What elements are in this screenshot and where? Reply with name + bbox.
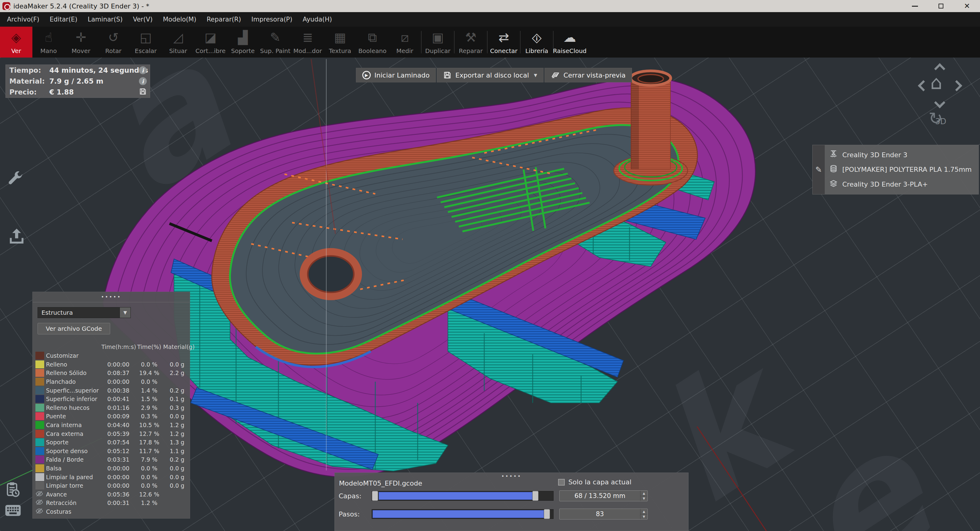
legend-row[interactable]: Limpiar torre0:00:000.0 %0.0 g bbox=[33, 481, 190, 490]
tool-cloud[interactable]: ☁RaiseCloud bbox=[554, 27, 586, 57]
spin-up-icon[interactable]: ▲ bbox=[640, 491, 648, 496]
info-icon[interactable]: i bbox=[139, 66, 147, 74]
legend-row[interactable]: Limpiar la pared0:00:000.0 %0.0 g bbox=[33, 472, 190, 481]
minimize-button[interactable] bbox=[902, 0, 928, 12]
tool-duplicate[interactable]: ▣Duplicar bbox=[422, 27, 454, 57]
spin-up-icon[interactable]: ▲ bbox=[640, 509, 648, 514]
menu-item[interactable]: Ver(V) bbox=[128, 12, 158, 27]
tool-scale[interactable]: ◱Escalar bbox=[129, 27, 162, 57]
edit-pencil-icon[interactable]: ✎ bbox=[815, 165, 822, 174]
legend-row[interactable]: Costuras bbox=[33, 507, 190, 516]
color-swatch[interactable] bbox=[35, 456, 44, 464]
steps-spin-buttons[interactable]: ▲▼ bbox=[640, 509, 648, 519]
menu-item[interactable]: Modelo(M) bbox=[158, 12, 201, 27]
only-current-layer-checkbox[interactable] bbox=[558, 479, 565, 486]
tool-library[interactable]: ◇iLibrería bbox=[520, 27, 553, 57]
legend-row[interactable]: Relleno Sólido0:08:3719.4 %2.2 g bbox=[33, 368, 190, 378]
tool-free-cut[interactable]: ◪Cort...ibre bbox=[194, 27, 227, 57]
printer-panel-row-filament-spool[interactable]: [POLYMAKER] POLYTERRA PLA 1.75mm bbox=[829, 163, 978, 177]
color-swatch[interactable] bbox=[35, 352, 44, 360]
menu-item[interactable]: Laminar(S) bbox=[83, 12, 128, 27]
tool-lay-flat[interactable]: ◿Situar bbox=[162, 27, 194, 57]
layers-spinbox[interactable]: 68 / 13.520 mm ▲▼ bbox=[559, 490, 648, 501]
steps-spinbox[interactable]: 83 ▲▼ bbox=[559, 509, 648, 520]
layers-spin-buttons[interactable]: ▲▼ bbox=[640, 491, 648, 501]
color-swatch[interactable] bbox=[35, 395, 44, 403]
legend-row[interactable]: Superficie inferior0:00:411.5 %0.1 g bbox=[33, 395, 190, 403]
export-upload-button[interactable] bbox=[7, 226, 26, 246]
start-slicing-button[interactable]: ▶ Iniciar Laminado bbox=[356, 68, 436, 82]
steps-slider-thumb[interactable] bbox=[544, 509, 550, 519]
legend-row[interactable]: Cara interna0:04:4010.5 %1.2 g bbox=[33, 421, 190, 429]
layers-slider-max-thumb[interactable] bbox=[532, 491, 538, 501]
color-swatch[interactable] bbox=[35, 386, 44, 394]
chevron-down-icon[interactable]: ▼ bbox=[534, 73, 537, 78]
color-swatch[interactable] bbox=[35, 482, 44, 490]
tool-measure[interactable]: ⧄Medir bbox=[388, 27, 421, 57]
color-swatch[interactable] bbox=[35, 464, 44, 472]
restore-button[interactable] bbox=[928, 0, 954, 12]
color-swatch[interactable] bbox=[35, 360, 44, 368]
print-queue-button[interactable] bbox=[5, 481, 21, 498]
rotate-down-button[interactable] bbox=[934, 97, 945, 108]
legend-row[interactable]: Superfic...superior0:00:381.4 %0.2 g bbox=[33, 386, 190, 395]
legend-row[interactable]: Soporte denso0:05:1211.7 %1.1 g bbox=[33, 447, 190, 456]
save-price-icon[interactable] bbox=[139, 88, 147, 97]
home-view-button[interactable]: ⌂ bbox=[931, 73, 942, 92]
tool-surface-paint[interactable]: ✎Sup. Paint bbox=[259, 27, 291, 57]
color-swatch[interactable] bbox=[35, 412, 44, 420]
menu-item[interactable]: Editar(E) bbox=[45, 12, 83, 27]
eye-off-icon[interactable] bbox=[35, 491, 45, 498]
legend-row[interactable]: Avance0:05:3612.6 % bbox=[33, 490, 190, 499]
eye-off-icon[interactable] bbox=[35, 499, 45, 507]
legend-row[interactable]: Balsa0:00:000.0 %0.0 g bbox=[33, 464, 190, 473]
legend-row[interactable]: Customizar bbox=[33, 351, 190, 360]
keyboard-shortcuts-button[interactable] bbox=[4, 504, 22, 517]
legend-row[interactable]: Retracción0:00:311.2 % bbox=[33, 499, 190, 507]
tool-move[interactable]: ✛Mover bbox=[65, 27, 97, 57]
toggle-3d-rotate-button[interactable]: ↻ 3D bbox=[930, 112, 954, 131]
printer-panel-row-printer[interactable]: Creality 3D Ender 3 bbox=[829, 148, 978, 162]
tool-boolean[interactable]: ⧉Booleano bbox=[356, 27, 388, 57]
panel-drag-handle[interactable]: ••••• bbox=[335, 474, 688, 479]
tool-connect[interactable]: ⇄Conectar bbox=[488, 27, 520, 57]
color-swatch[interactable] bbox=[35, 438, 44, 446]
layers-slider[interactable] bbox=[372, 491, 554, 501]
tool-view[interactable]: ◈Ver bbox=[0, 27, 32, 57]
spin-down-icon[interactable]: ▼ bbox=[640, 496, 648, 501]
menu-item[interactable]: Impresora(P) bbox=[247, 12, 298, 27]
view-gcode-button[interactable]: Ver archivo GCode bbox=[38, 323, 110, 335]
legend-row[interactable]: Soporte0:07:5417.8 %1.3 g bbox=[33, 438, 190, 447]
spin-down-icon[interactable]: ▼ bbox=[640, 514, 648, 520]
info-icon[interactable]: i bbox=[139, 77, 147, 85]
steps-slider[interactable] bbox=[372, 509, 554, 519]
printer-panel-row-slice-template[interactable]: Creality 3D Ender 3-PLA+ bbox=[829, 177, 978, 192]
legend-row[interactable]: Planchado0:00:000.0 % bbox=[33, 378, 190, 386]
panel-drag-handle[interactable]: ••••• bbox=[33, 292, 190, 302]
eye-off-icon[interactable] bbox=[35, 508, 45, 515]
dropdown-arrow-button[interactable]: ▼ bbox=[119, 308, 130, 318]
tool-rotate[interactable]: ↺Rotar bbox=[97, 27, 129, 57]
color-swatch[interactable] bbox=[35, 378, 44, 386]
color-swatch[interactable] bbox=[35, 404, 44, 411]
legend-row[interactable]: Falda / Borde0:03:317.9 %0.2 g bbox=[33, 455, 190, 464]
tool-repair[interactable]: ⚒Reparar bbox=[455, 27, 487, 57]
viewport-3d[interactable]: a k e bbox=[0, 57, 980, 531]
color-swatch[interactable] bbox=[35, 447, 44, 455]
menu-item[interactable]: Archivo(F) bbox=[2, 12, 45, 27]
color-swatch[interactable] bbox=[35, 421, 44, 429]
tool-modifier[interactable]: ≣Mod...dor bbox=[291, 27, 324, 57]
close-button[interactable]: ✕ bbox=[954, 0, 980, 12]
adjust-wrench-button[interactable] bbox=[7, 170, 24, 188]
menu-item[interactable]: Ayuda(H) bbox=[298, 12, 337, 27]
export-local-button[interactable]: Exportar al disco local ▼ bbox=[437, 68, 543, 82]
layers-slider-min-thumb[interactable] bbox=[372, 491, 378, 501]
color-scheme-dropdown[interactable]: Estructura ▼ bbox=[38, 307, 131, 318]
legend-row[interactable]: Cara externa0:05:3912.7 %1.2 g bbox=[33, 429, 190, 438]
color-swatch[interactable] bbox=[35, 430, 44, 438]
legend-row[interactable]: Relleno huecos0:01:162.9 %0.3 g bbox=[33, 403, 190, 412]
color-swatch[interactable] bbox=[35, 473, 44, 481]
tool-texture[interactable]: ▦Textura bbox=[324, 27, 356, 57]
legend-row[interactable]: Relleno0:00:000.0 %0.0 g bbox=[33, 360, 190, 369]
tool-support[interactable]: ▟Soporte bbox=[227, 27, 259, 57]
